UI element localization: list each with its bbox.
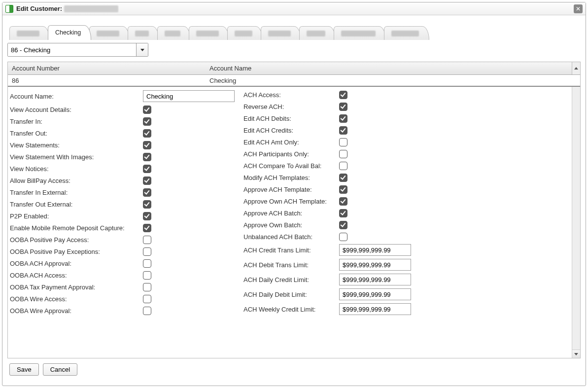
field-checkbox[interactable]	[339, 233, 347, 241]
tab-blurred-1[interactable]	[9, 26, 50, 40]
field-checkbox[interactable]	[339, 174, 347, 182]
field-checkbox[interactable]	[339, 103, 347, 111]
col-account-number[interactable]: Account Number	[8, 65, 208, 72]
field-label: Unbalanced ACH Batch:	[243, 233, 339, 241]
field-label: Transfer Out External:	[10, 201, 143, 208]
field-checkbox[interactable]	[339, 150, 347, 158]
field-label: Edit ACH Amt Only:	[243, 139, 339, 146]
field-checkbox[interactable]	[143, 188, 151, 197]
field-checkbox[interactable]	[339, 162, 347, 170]
field-label: Edit ACH Debits:	[243, 115, 339, 122]
field-checkbox[interactable]	[143, 129, 151, 138]
tab-strip: Checking	[7, 23, 581, 40]
edit-customer-window: Edit Customer: ✕ Checking Account	[2, 2, 586, 386]
field-label: ACH Weekly Credit Limit:	[243, 306, 339, 313]
field-label: View Account Details:	[10, 106, 143, 113]
field-label: Reverse ACH:	[243, 103, 339, 110]
tab-blurred-7[interactable]	[261, 26, 301, 40]
field-checkbox[interactable]	[143, 176, 151, 185]
field-label: ACH Daily Debit Limit:	[243, 291, 339, 298]
tab-blurred-6[interactable]	[227, 26, 263, 40]
field-checkbox[interactable]	[143, 271, 151, 280]
field-checkbox[interactable]	[143, 165, 151, 173]
close-icon[interactable]: ✕	[574, 4, 583, 13]
field-label: Transfer In:	[10, 118, 143, 125]
vertical-scrollbar[interactable]	[572, 87, 580, 358]
field-label: ACH Compare To Avail Bal:	[243, 162, 339, 170]
field-label: OOBA Positive Pay Exceptions:	[10, 248, 143, 255]
field-label: ACH Participants Only:	[243, 150, 339, 158]
field-label: Approve ACH Template:	[243, 186, 339, 193]
account-name-input[interactable]	[143, 90, 235, 102]
field-label: View Statements:	[10, 141, 143, 149]
window-title: Edit Customer:	[16, 5, 62, 12]
field-checkbox[interactable]	[143, 106, 151, 114]
field-input[interactable]	[339, 274, 411, 285]
tab-checking[interactable]: Checking	[48, 25, 91, 40]
account-select[interactable]	[7, 43, 148, 57]
field-label: Allow BillPay Access:	[10, 177, 143, 184]
tab-blurred-3[interactable]	[128, 26, 159, 40]
tab-blurred-5[interactable]	[189, 26, 229, 40]
app-icon	[5, 5, 13, 13]
field-checkbox[interactable]	[339, 138, 347, 146]
field-label: ACH Credit Trans Limit:	[243, 247, 339, 254]
field-label: Approve Own ACH Template:	[243, 198, 339, 205]
field-checkbox[interactable]	[339, 185, 347, 194]
form-pane: Account Name:View Account Details:Transf…	[8, 87, 580, 358]
field-checkbox[interactable]	[339, 114, 347, 123]
field-label: OOBA Wire Approval:	[10, 307, 143, 315]
field-label: Transfer In External:	[10, 189, 143, 196]
tab-blurred-8[interactable]	[299, 26, 336, 40]
field-checkbox[interactable]	[143, 200, 151, 209]
field-input[interactable]	[339, 259, 411, 271]
chevron-down-icon[interactable]	[136, 43, 148, 56]
field-checkbox[interactable]	[143, 283, 151, 291]
field-label: Edit ACH Credits:	[243, 127, 339, 134]
cancel-button[interactable]: Cancel	[43, 363, 77, 376]
tab-blurred-9[interactable]	[334, 26, 386, 40]
tab-blurred-2[interactable]	[89, 26, 130, 40]
field-checkbox[interactable]	[143, 212, 151, 220]
field-checkbox[interactable]	[339, 91, 347, 99]
field-label: ACH Daily Credit Limit:	[243, 276, 339, 283]
field-label: OOBA Wire Access:	[10, 295, 143, 303]
field-label: View Statement With Images:	[10, 153, 143, 161]
field-checkbox[interactable]	[143, 141, 151, 149]
field-label: Approve ACH Batch:	[243, 210, 339, 217]
field-input[interactable]	[339, 288, 411, 300]
col-account-name[interactable]: Account Name	[208, 65, 572, 72]
field-checkbox[interactable]	[339, 197, 347, 206]
field-checkbox[interactable]	[143, 295, 151, 303]
field-label: Approve Own Batch:	[243, 221, 339, 229]
field-label: View Notices:	[10, 165, 143, 173]
field-checkbox[interactable]	[143, 153, 151, 161]
field-label: Modify ACH Templates:	[243, 174, 339, 181]
field-checkbox[interactable]	[143, 224, 151, 232]
tab-blurred-4[interactable]	[157, 26, 191, 40]
table-row[interactable]: 86 Checking	[8, 75, 580, 87]
field-label: OOBA Positive Pay Access:	[10, 236, 143, 244]
field-input[interactable]	[339, 244, 411, 256]
scroll-down-icon[interactable]	[572, 350, 580, 358]
field-label: OOBA ACH Access:	[10, 272, 143, 279]
field-checkbox[interactable]	[143, 307, 151, 315]
account-grid: Account Number Account Name 86 Checking …	[7, 62, 581, 358]
field-input[interactable]	[339, 303, 411, 315]
field-label: ACH Access:	[243, 91, 339, 99]
account-select-input[interactable]	[8, 43, 136, 56]
field-label: OOBA Tax Payment Approval:	[10, 283, 143, 291]
field-label: Transfer Out:	[10, 130, 143, 137]
scroll-up-icon[interactable]	[572, 62, 580, 74]
titlebar: Edit Customer: ✕	[2, 2, 586, 15]
field-checkbox[interactable]	[339, 221, 347, 229]
field-checkbox[interactable]	[143, 236, 151, 244]
save-button[interactable]: Save	[9, 363, 39, 376]
field-checkbox[interactable]	[143, 247, 151, 256]
field-checkbox[interactable]	[143, 259, 151, 268]
field-checkbox[interactable]	[339, 126, 347, 135]
field-checkbox[interactable]	[339, 209, 347, 217]
tab-blurred-10[interactable]	[384, 26, 429, 40]
cell-account-name: Checking	[208, 77, 572, 84]
field-checkbox[interactable]	[143, 117, 151, 126]
